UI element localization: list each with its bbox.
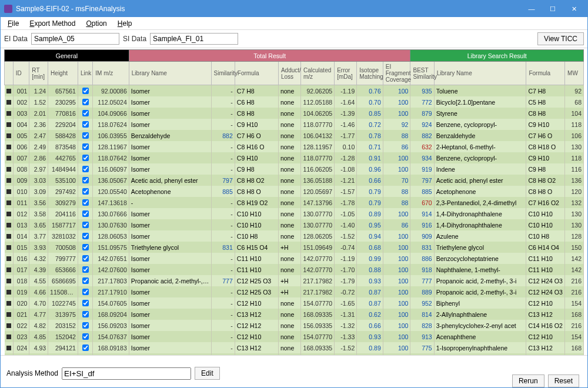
cell-link[interactable] bbox=[78, 175, 92, 186]
table-row[interactable]: 0062.49873548128.11967Isomer-C8 H16 Onon… bbox=[5, 141, 584, 152]
cell-link[interactable] bbox=[78, 353, 92, 355]
table-row[interactable]: 0032.01770816104.09066Isomer-C8 H8none10… bbox=[5, 108, 584, 119]
cell-id: 004 bbox=[13, 119, 29, 130]
ei-data-input[interactable] bbox=[31, 33, 119, 45]
col-err[interactable]: Error [mDa] bbox=[335, 62, 357, 85]
cell-formula2: C5 H8 bbox=[526, 96, 565, 108]
table-row[interactable]: 0072.86442765118.07642Isomer-C9 H10none1… bbox=[5, 152, 584, 163]
cell-link[interactable] bbox=[78, 96, 92, 108]
col-immz[interactable]: IM m/z bbox=[93, 62, 129, 85]
table-row[interactable]: 0153.93700508151.09575Triethylene glycol… bbox=[5, 242, 584, 253]
cell-link[interactable] bbox=[78, 230, 92, 242]
table-row[interactable]: 0082.971484944116.06097Isomer-C9 H8none1… bbox=[5, 163, 584, 175]
cell-link[interactable] bbox=[78, 264, 92, 275]
col-mw[interactable]: MW bbox=[565, 62, 584, 85]
cell-immz: 128.06053 bbox=[93, 230, 129, 242]
cell-link[interactable] bbox=[78, 186, 92, 197]
col-rt[interactable]: RT [min] bbox=[29, 62, 48, 85]
cell-link[interactable] bbox=[78, 331, 92, 342]
cell-link[interactable] bbox=[78, 286, 92, 297]
cell-link[interactable] bbox=[78, 342, 92, 353]
col-iso[interactable]: Isotope Matching bbox=[357, 62, 383, 85]
cell-immz: 118.07624 bbox=[93, 119, 129, 130]
rerun-button[interactable]: Rerun bbox=[512, 374, 544, 387]
table-row[interactable]: 0174.39653666142.07600Isomer-C11 H10none… bbox=[5, 264, 584, 275]
cell-error: -1.21 bbox=[335, 175, 357, 186]
col-best[interactable]: BEST Similarity bbox=[410, 62, 434, 85]
cell-link[interactable] bbox=[78, 108, 92, 119]
cell-isotope: 0.66 bbox=[357, 320, 383, 331]
col-calc[interactable]: Calculated m/z bbox=[301, 62, 335, 85]
table-row[interactable]: 0194.6611508312217.17910Isomer-C12 H25 O… bbox=[5, 286, 584, 297]
table-row[interactable]: 0123.58204116130.07666Isomer-C10 H10none… bbox=[5, 208, 584, 219]
view-ticc-button[interactable]: View TICC bbox=[537, 32, 584, 45]
cell-height: 873548 bbox=[48, 141, 78, 152]
cell-libname2: Acenaphthene bbox=[434, 331, 526, 342]
minimize-button[interactable]: — bbox=[522, 2, 542, 15]
si-data-input[interactable] bbox=[150, 33, 238, 45]
cell-immz: 156.09203 bbox=[93, 320, 129, 331]
table-row[interactable]: 0011.2465756192.00086Isomer-C7 H8none92.… bbox=[5, 85, 584, 97]
cell-link[interactable] bbox=[78, 297, 92, 309]
cell-link[interactable] bbox=[78, 275, 92, 286]
table-row[interactable]: 0103.09297492120.05540Acetophenone885C8 … bbox=[5, 186, 584, 197]
cell-link[interactable] bbox=[78, 85, 92, 97]
maximize-button[interactable]: ☐ bbox=[543, 2, 563, 15]
app-window: Sample8-EIFI-02 - msFineAnalysis — ☐ ✕ F… bbox=[0, 0, 588, 388]
edit-button[interactable]: Edit bbox=[195, 367, 220, 380]
cell-link[interactable] bbox=[78, 197, 92, 208]
table-row[interactable]: 0052.47588428106.03955Benzaldehyde882C7 … bbox=[5, 130, 584, 141]
cell-link[interactable] bbox=[78, 152, 92, 163]
cell-eifrag: 100 bbox=[383, 320, 410, 331]
cell-link[interactable] bbox=[78, 219, 92, 230]
cell-link[interactable] bbox=[78, 253, 92, 264]
cell-link[interactable] bbox=[78, 130, 92, 141]
menu-option[interactable]: Option bbox=[81, 18, 111, 29]
cell-adduct: none bbox=[278, 108, 300, 119]
col-formula2[interactable]: Formula bbox=[526, 62, 565, 85]
table-row[interactable]: 0234.85152042154.07637Isomer-C12 H10none… bbox=[5, 331, 584, 342]
cell-link[interactable] bbox=[78, 163, 92, 175]
col-formula[interactable]: Formula bbox=[235, 62, 278, 85]
col-id[interactable]: ID bbox=[13, 62, 29, 85]
menu-file[interactable]: File bbox=[3, 18, 24, 29]
cell-link[interactable] bbox=[78, 309, 92, 320]
table-row[interactable]: 0133.651587717130.07630Isomer-C10 H10non… bbox=[5, 219, 584, 230]
cell-link[interactable] bbox=[78, 320, 92, 331]
cell-link[interactable] bbox=[78, 119, 92, 130]
col-height[interactable]: Height bbox=[48, 62, 78, 85]
cell-height: 11508312 bbox=[48, 286, 78, 297]
col-link[interactable]: Link bbox=[78, 62, 92, 85]
menu-export[interactable]: Export Method bbox=[25, 18, 80, 29]
table-row[interactable]: 0255.58355020166.07588Isomer-C13 H10none… bbox=[5, 353, 584, 355]
table-row[interactable]: 0113.56309279147.13618--C8 H19 O2none147… bbox=[5, 197, 584, 208]
cell-link[interactable] bbox=[78, 242, 92, 253]
table-row[interactable]: 0143.773281032128.06053Isomer-C10 H8none… bbox=[5, 230, 584, 242]
cell-id: 023 bbox=[13, 331, 29, 342]
col-libname2[interactable]: Library Name bbox=[434, 62, 526, 85]
table-row[interactable]: 0224.82203152156.09203Isomer-C12 H12none… bbox=[5, 320, 584, 331]
table-row[interactable]: 0021.52230295112.05024Isomer-C6 H8none11… bbox=[5, 96, 584, 108]
menu-help[interactable]: Help bbox=[113, 18, 137, 29]
cell-adduct: none bbox=[278, 163, 300, 175]
cell-link[interactable] bbox=[78, 141, 92, 152]
cell-libname2: 2-Allylnaphthalene bbox=[434, 309, 526, 320]
table-row[interactable]: 0184.556586695217.17803Propanoic acid, 2… bbox=[5, 275, 584, 286]
table-row[interactable]: 0093.03535100136.05067Acetic acid, pheny… bbox=[5, 175, 584, 186]
table-row[interactable]: 0244.93294121168.09183Isomer-C13 H12none… bbox=[5, 342, 584, 353]
col-adduct[interactable]: Adduct/ Loss bbox=[278, 62, 300, 85]
col-eifrag[interactable]: EI Fragment Coverage bbox=[383, 62, 410, 85]
reset-button[interactable]: Reset bbox=[548, 374, 579, 387]
table-row[interactable]: 0204.701022745154.07605Isomer-C12 H10non… bbox=[5, 297, 584, 309]
cell-isotope: 0.93 bbox=[357, 331, 383, 342]
table-row[interactable]: 0214.77313975168.09204Isomer-C13 H12none… bbox=[5, 309, 584, 320]
analysis-method-input[interactable] bbox=[62, 367, 191, 380]
table-row[interactable]: 0042.36229204118.07624Isomer-C9 H10none1… bbox=[5, 119, 584, 130]
table-row[interactable]: 0164.32799777142.07651Isomer-C11 H10none… bbox=[5, 253, 584, 264]
row-marker-icon bbox=[5, 331, 14, 342]
cell-link[interactable] bbox=[78, 208, 92, 219]
close-button[interactable]: ✕ bbox=[564, 2, 584, 15]
col-libname[interactable]: Library Name bbox=[129, 62, 211, 85]
col-sim[interactable]: Similarity bbox=[211, 62, 235, 85]
cell-calcmz: 118.07770 bbox=[301, 119, 335, 130]
